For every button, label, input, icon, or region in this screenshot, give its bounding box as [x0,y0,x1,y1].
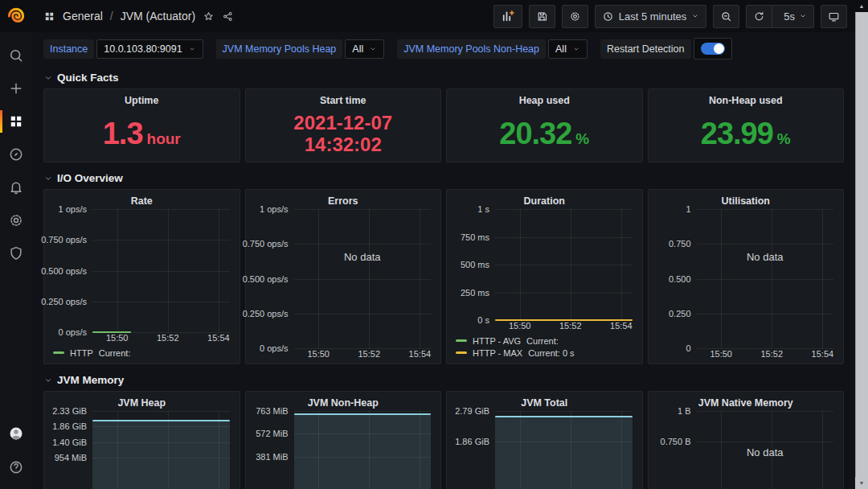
section-header-jvm-memory[interactable]: JVM Memory [43,374,844,386]
refresh-button[interactable] [747,6,772,27]
variable-nonheap-pools: JVM Memory Pools Non-Heap All [397,39,588,59]
v-gridline [168,209,169,332]
refresh-interval-picker[interactable]: 5s [777,6,813,27]
panel-duration[interactable]: Duration 1 s750 ms500 ms250 ms0 s 15:501… [446,189,643,364]
plot-area[interactable] [294,411,432,489]
panel-jvm-total[interactable]: JVM Total 2.79 GiB1.86 GiB [446,391,643,489]
chevron-down-icon [572,45,580,53]
panel-utilisation[interactable]: Utilisation 10.7500.5000.2500 No data15:… [648,189,845,364]
h-gridline [495,411,633,412]
grafana-logo[interactable] [0,0,32,32]
plot-area[interactable] [92,411,230,489]
sidebar-item-server-admin[interactable] [0,238,32,269]
no-data-text: No data [344,250,381,262]
panel-heap-used[interactable]: Heap used 20.32% [446,88,643,162]
tv-mode-button[interactable] [821,5,847,28]
plot-area[interactable]: No data [697,209,834,348]
stat-value-text: 20.32 [499,117,571,151]
y-tick-label: 0.750 B [661,437,691,446]
gear-icon [569,10,581,23]
plot-area[interactable] [92,209,230,332]
section-header-quick-facts[interactable]: Quick Facts [43,72,844,84]
zoom-out-time-button[interactable] [713,5,739,28]
sidebar-item-dashboards[interactable] [0,106,32,137]
y-tick-label: 0.750 ops/s [243,239,289,249]
instance-dropdown[interactable]: 10.0.103.80:9091 [96,39,203,59]
legend-item[interactable]: HTTPCurrent: [53,347,233,359]
panel-jvm-native-memory[interactable]: JVM Native Memory 1 B0.750 B No data [648,391,845,489]
save-dashboard-button[interactable] [529,5,555,28]
x-tick-label: 15:54 [409,349,432,359]
section-header-io-overview[interactable]: I/O Overview [43,172,844,184]
y-tick-label: 250 ms [461,288,489,298]
sidebar-item-search[interactable] [0,40,32,71]
dashboard-content: Quick Facts Uptime 1.3hour Start time 20… [32,65,855,489]
panel-title[interactable]: Uptime [44,89,240,109]
y-tick-label: 0.250 ops/s [41,297,87,306]
sidebar-item-profile[interactable] [0,418,32,449]
star-icon[interactable] [203,10,215,23]
plot-area[interactable] [495,411,633,489]
breadcrumb-folder[interactable]: General [63,10,103,23]
plot-area[interactable] [495,209,633,320]
restart-detection-toggle[interactable] [694,38,732,60]
legend-current-value: Current: [99,348,131,358]
share-icon[interactable] [222,10,234,23]
scrollbar-up-arrow[interactable]: ▲ [855,0,868,12]
y-tick-label: 1 [686,204,690,214]
panel-errors[interactable]: Errors 1 ops/s0.750 ops/s0.500 ops/s0.25… [245,189,442,364]
y-tick-label: 0 s [477,315,489,325]
panel-start-time[interactable]: Start time 2021-12-0714:32:02 [245,88,442,162]
legend-item[interactable]: HTTP - AVGCurrent: [456,335,636,347]
y-tick-label: 572 MiB [256,429,288,438]
panel-title[interactable]: Utilisation [649,190,844,209]
panel-title[interactable]: Heap used [447,89,642,109]
sidebar-item-explore[interactable] [0,139,32,170]
panel-title[interactable]: Non-Heap used [649,89,844,109]
add-panel-button[interactable] [493,5,522,28]
x-tick-label: 15:50 [509,321,531,331]
panel-title[interactable]: Start time [246,89,441,109]
sidebar-item-alerting[interactable] [0,172,32,203]
time-range-picker[interactable]: Last 5 minutes [595,5,707,28]
v-gridline [369,209,370,348]
sidebar-item-configuration[interactable] [0,205,32,236]
y-tick-label: 1.86 GiB [455,437,489,446]
zoom-out-icon [720,10,732,23]
x-tick-label: 15:54 [812,349,834,359]
legend-label: HTTP - AVG [473,336,521,346]
section-title: I/O Overview [57,172,123,184]
legend-item[interactable]: HTTP - MAXCurrent: 0 s [456,347,636,359]
nonheap-pools-dropdown[interactable]: All [548,39,588,59]
v-gridline [219,209,219,332]
x-tick-label: 15:54 [207,333,230,343]
scrollbar-thumb[interactable] [855,12,868,477]
section-title: Quick Facts [57,72,119,84]
panel-rate[interactable]: Rate 1 ops/s0.750 ops/s0.500 ops/s0.250 … [43,189,240,364]
variable-heap-pools: JVM Memory Pools Heap All [216,39,385,59]
page-scrollbar[interactable]: ▲ ▼ [855,0,868,489]
heap-pools-dropdown[interactable]: All [345,39,384,59]
y-tick-label: 1.40 GiB [52,438,87,447]
refresh-controls: 5s [746,5,814,28]
panel-title[interactable]: Duration [447,190,642,209]
chevron-down-icon [188,45,196,53]
sidebar-nav [0,40,32,269]
sidebar-item-help[interactable] [0,452,32,483]
heap-pools-label: JVM Memory Pools Heap [216,39,343,59]
explore-icon [8,146,24,162]
series-fill [294,414,432,489]
chevron-down-icon [43,376,53,385]
panel-uptime[interactable]: Uptime 1.3hour [43,88,240,162]
plot-area[interactable]: No data [697,411,834,489]
sidebar-item-create[interactable] [0,73,32,104]
stat-value-suffix: % [575,130,589,148]
h-gridline [294,244,432,244]
panel-jvm-heap[interactable]: JVM Heap 2.33 GiB1.86 GiB1.40 GiB954 MiB [43,391,240,489]
panel-jvm-non-heap[interactable]: JVM Non-Heap 763 MiB572 MiB381 MiB [245,391,442,489]
breadcrumb-dashboard[interactable]: JVM (Actuator) [121,10,195,23]
panel-non-heap-used[interactable]: Non-Heap used 23.99% [648,88,845,162]
plot-area[interactable]: No data [294,209,432,348]
scrollbar-down-arrow[interactable]: ▼ [855,477,868,489]
dashboard-settings-button[interactable] [562,5,588,28]
